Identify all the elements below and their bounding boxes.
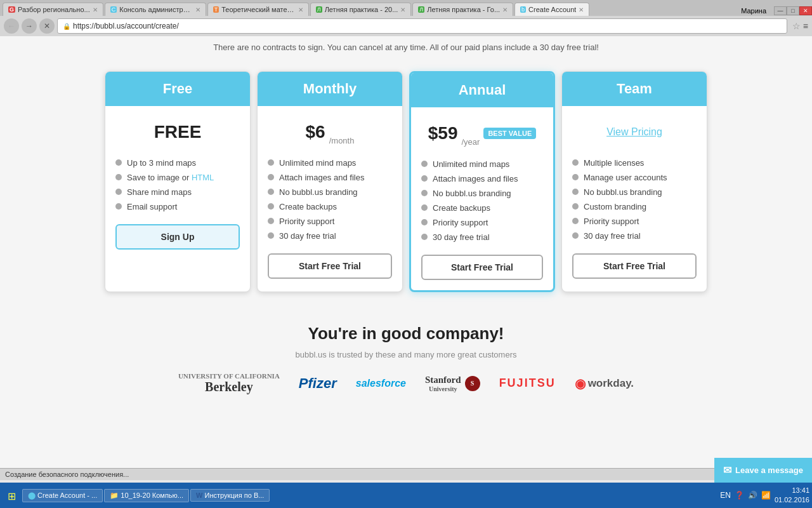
start-button[interactable]: ⊞ [3, 486, 21, 505]
bullet-icon [268, 174, 274, 180]
taskbar-item-browser[interactable]: ⬤ Create Account - ... [22, 489, 103, 502]
bullet-icon [268, 189, 274, 195]
monthly-trial-button[interactable]: Start Free Trial [268, 253, 392, 279]
close-button[interactable]: ✕ [799, 6, 812, 15]
feature-item: Share mind maps [115, 187, 240, 197]
bullet-icon [572, 159, 579, 166]
feature-item: Custom branding [572, 202, 697, 211]
tab-summer2[interactable]: Л Летняя практика - Го... ✕ [412, 3, 513, 16]
bullet-icon [421, 234, 428, 240]
feature-item: Manage user accounts [572, 173, 697, 182]
leave-message-button[interactable]: ✉ Leave a message [714, 458, 812, 483]
feature-item: Create backups [421, 203, 543, 213]
logo-pfizer: Pfizer [299, 375, 337, 392]
bullet-icon [268, 203, 274, 210]
html-link[interactable]: HTML [192, 173, 214, 182]
plan-free-body: FREE Up to 3 mind maps Save to image or … [105, 106, 250, 260]
free-signup-button[interactable]: Sign Up [115, 224, 240, 250]
bullet-icon [115, 189, 122, 195]
logo-fujitsu: FUJITSU [499, 377, 556, 390]
taskbar-item-explorer[interactable]: 📁 10_19-20 Компью... [104, 489, 189, 502]
social-section: You're in good company! bubbl.us is trus… [0, 305, 812, 407]
word-icon: W [196, 491, 202, 499]
plan-monthly-header: Monthly [258, 72, 402, 106]
plan-annual-price: $59 /year BEST VALUE [421, 117, 543, 149]
plan-free-header: Free [105, 72, 250, 106]
feature-item: Unlimited mind maps [421, 159, 543, 169]
logo-stanford: Stanford University S [425, 375, 480, 392]
social-heading: You're in good company! [13, 324, 799, 344]
bullet-icon [421, 219, 428, 225]
best-value-badge: BEST VALUE [483, 128, 536, 139]
feature-item: Attach images and files [268, 173, 392, 182]
bullet-icon [572, 189, 579, 195]
help-icon: ❓ [735, 491, 744, 500]
plan-team-header: Team [562, 72, 707, 106]
maximize-button[interactable]: □ [787, 6, 799, 15]
forward-button[interactable]: → [22, 18, 37, 34]
content-area: There are no contracts to sign. You can … [0, 36, 812, 468]
tab-summer1[interactable]: Л Летняя практика - 20... ✕ [310, 3, 412, 16]
refresh-button[interactable]: ✕ [39, 18, 55, 34]
bullet-icon [421, 190, 428, 196]
taskbar: ⊞ ⬤ Create Account - ... 📁 10_19-20 Комп… [0, 483, 812, 508]
bullet-icon [572, 174, 579, 180]
plan-annual-header: Annual [411, 73, 553, 107]
bullet-icon [115, 203, 122, 210]
bullet-icon [572, 218, 579, 224]
back-button[interactable]: ← [4, 18, 19, 34]
feature-item: Priority support [572, 217, 697, 226]
bullet-icon [268, 159, 274, 166]
address-bar[interactable]: 🔒 https://bubbl.us/account/create/ [57, 18, 787, 34]
url-text: https://bubbl.us/account/create/ [73, 22, 179, 30]
taskbar-clock: 13:41 01.02.2016 [775, 486, 809, 505]
ssl-lock-icon: 🔒 [63, 23, 70, 30]
pricing-section: Free FREE Up to 3 mind maps Save to imag [0, 58, 812, 305]
plan-annual: Annual $59 /year BEST VALUE Unlimited mi… [409, 71, 555, 292]
bookmark-icon[interactable]: ☆ [792, 21, 801, 31]
plan-free: Free FREE Up to 3 mind maps Save to imag [105, 71, 251, 292]
feature-item: 30 day free trial [421, 232, 543, 242]
tab-gmail[interactable]: G Разбор регионально... ✕ [3, 3, 103, 16]
logos-row: UNIVERSITY OF CALIFORNIA Berkeley Pfizer… [13, 372, 799, 394]
bullet-icon [115, 159, 122, 166]
tab-theory[interactable]: T Теоретический матер... ✕ [207, 3, 309, 16]
feature-item: Priority support [268, 217, 392, 226]
feature-item: Up to 3 mind maps [115, 158, 240, 168]
minimize-button[interactable]: — [774, 6, 787, 15]
feature-item: Priority support [421, 218, 543, 227]
status-text: Создание безопасного подключения... [5, 471, 129, 478]
feature-item: No bubbl.us branding [421, 189, 543, 198]
plan-free-features: Up to 3 mind maps Save to image or HTML … [115, 158, 240, 211]
logo-salesforce: salesforce [356, 378, 406, 389]
feature-item: Save to image or HTML [115, 173, 240, 182]
team-trial-button[interactable]: Start Free Trial [572, 253, 697, 279]
plan-team-features: Multiple licenses Manage user accounts N… [572, 158, 697, 241]
taskbar-icon: ⬤ [28, 491, 36, 499]
feature-item: Unlimited mind maps [268, 158, 392, 168]
logo-berkeley: UNIVERSITY OF CALIFORNIA Berkeley [178, 372, 280, 394]
bullet-icon [421, 161, 428, 167]
user-badge: Марина — □ ✕ [736, 6, 812, 16]
plan-team-body: View Pricing Multiple licenses Manage us… [562, 106, 707, 289]
feature-item: 30 day free trial [572, 231, 697, 241]
view-pricing-link[interactable]: View Pricing [606, 126, 662, 138]
bullet-icon [268, 218, 274, 224]
bullet-icon [421, 175, 428, 182]
menu-icon[interactable]: ≡ [803, 21, 808, 31]
volume-icon: 🔊 [748, 491, 757, 500]
feature-item: Email support [115, 202, 240, 211]
taskbar-item-word[interactable]: W Инструкция по В... [190, 489, 270, 502]
annual-trial-button[interactable]: Start Free Trial [421, 255, 543, 280]
language-indicator: EN [720, 491, 731, 500]
plan-monthly-price: $6 /month [268, 116, 392, 148]
plan-team-price: View Pricing [572, 116, 697, 148]
plan-team: Team View Pricing Multiple licenses Mana… [561, 71, 707, 292]
taskbar-right: EN ❓ 🔊 📶 13:41 01.02.2016 [720, 486, 809, 505]
logo-workday: ◉workday. [575, 376, 634, 391]
feature-item: No bubbl.us branding [572, 187, 697, 197]
tab-create-account[interactable]: b Create Account ✕ [514, 3, 589, 16]
social-subtext: bubbl.us is trusted by these and many mo… [13, 350, 799, 359]
feature-item: 30 day free trial [268, 231, 392, 241]
tab-console[interactable]: C Консоль администрат... ✕ [105, 3, 206, 16]
